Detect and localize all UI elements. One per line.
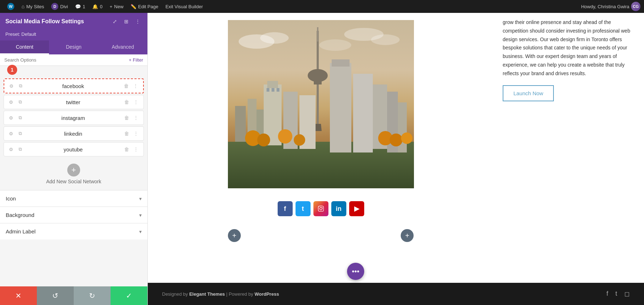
item-actions-youtube: 🗑 ⋮ [123,145,140,153]
notifications-link[interactable]: 🔔 0 [89,0,106,13]
drag-icon-linkedin[interactable]: ⋮ [132,130,140,137]
twitter-follow-icon[interactable]: t [296,201,311,216]
admin-label-chevron-icon: ▾ [139,229,142,234]
add-module-button-right[interactable]: + [401,229,414,242]
facebook-label: facebook [27,83,119,89]
add-new-label: Add New Social Network [46,179,101,184]
delete-icon-linkedin[interactable]: 🗑 [123,130,131,137]
social-item-facebook[interactable]: ⚙ ⧉ facebook 🗑 ⋮ [4,78,144,93]
delete-icon-facebook[interactable]: 🗑 [122,82,130,90]
content-main-area: f t in ▶ + + [148,13,494,283]
settings-icon-instagram[interactable]: ⚙ [8,114,15,121]
duplicate-icon-twitter[interactable]: ⧉ [16,98,24,106]
tab-content[interactable]: Content [0,40,49,54]
wordpress-link[interactable]: WordPress [254,291,279,297]
panel-tabs: Content Design Advanced [0,40,147,54]
grid-icon[interactable]: ⊞ [122,17,131,26]
youtube-follow-icon[interactable]: ▶ [349,201,364,216]
admin-label-section-header[interactable]: Admin Label ▾ [0,223,147,239]
bottom-toolbar: ✕ ↺ ↻ ✓ [0,286,147,305]
user-avatar[interactable]: CG [631,2,640,11]
footer-twitter-icon[interactable]: t [615,290,617,298]
svg-rect-17 [330,63,351,152]
item-controls-facebook: ⚙ ⧉ [8,82,24,89]
preset-label[interactable]: Preset: Default [5,32,36,37]
tab-advanced[interactable]: Advanced [98,40,147,54]
delete-icon-instagram[interactable]: 🗑 [123,114,131,122]
floating-action-button[interactable]: ••• [347,263,364,280]
tab-design[interactable]: Design [49,40,98,54]
resize-icon[interactable]: ⤢ [111,17,119,26]
admin-label-section: Admin Label ▾ [0,223,147,239]
new-link[interactable]: + New [106,0,127,13]
background-chevron-icon: ▾ [139,212,142,218]
settings-icon-linkedin[interactable]: ⚙ [8,130,15,137]
panel-content: ⚙ ⧉ facebook 🗑 ⋮ ⚙ ⧉ twitter [0,66,147,286]
drag-icon-instagram[interactable]: ⋮ [132,114,140,122]
plus-icon: + [109,4,112,9]
drag-icon-youtube[interactable]: ⋮ [132,145,140,153]
duplicate-icon-facebook[interactable]: ⧉ [17,82,24,89]
edit-page-label: Edit Page [138,4,158,9]
main-area: Social Media Follow Settings ⤢ ⊞ ⋮ Prese… [0,13,644,305]
duplicate-icon-youtube[interactable]: ⧉ [16,146,24,153]
edit-page-link[interactable]: ✏️ Edit Page [127,0,162,13]
panel-title: Social Media Follow Settings [5,18,84,25]
icon-section-header[interactable]: Icon ▾ [0,190,147,207]
wp-home-link[interactable]: W [4,0,18,13]
drag-icon-twitter[interactable]: ⋮ [132,98,140,106]
add-module-row: + + [148,222,494,249]
instagram-follow-icon[interactable] [313,201,328,216]
social-item-linkedin[interactable]: ⚙ ⧉ linkedin 🗑 ⋮ [4,126,144,141]
background-section-header[interactable]: Background ▾ [0,207,147,223]
divi-link[interactable]: D Divi [48,0,72,13]
comments-link[interactable]: 💬 1 [72,0,89,13]
add-new-button[interactable]: + [67,164,80,176]
facebook-follow-icon[interactable]: f [278,201,293,216]
svg-rect-19 [353,74,373,152]
search-bar: + Filter [0,54,147,66]
page-right-sidebar: grow their online presence and stay ahea… [494,13,644,283]
svg-point-31 [260,32,289,44]
settings-icon-youtube[interactable]: ⚙ [8,146,15,153]
svg-rect-11 [267,81,278,88]
delete-icon-twitter[interactable]: 🗑 [123,98,131,106]
footer-instagram-icon[interactable]: ◻ [624,290,630,298]
wp-admin-bar: W ⌂ My Sites D Divi 💬 1 🔔 0 + New ✏️ Edi… [0,0,644,13]
redo-button[interactable]: ↻ [74,286,111,305]
search-input[interactable] [4,57,126,63]
more-icon[interactable]: ⋮ [133,17,142,26]
duplicate-icon-linkedin[interactable]: ⧉ [16,130,24,137]
filter-button[interactable]: + Filter [129,57,143,63]
add-module-button-left[interactable]: + [228,229,241,242]
footer-facebook-icon[interactable]: f [606,290,608,298]
settings-icon-twitter[interactable]: ⚙ [8,98,15,106]
settings-icon-facebook[interactable]: ⚙ [8,82,15,89]
svg-rect-14 [277,88,279,92]
notification-count: 0 [100,4,102,9]
notification-badge: 1 [7,65,17,75]
new-label: New [114,4,123,9]
svg-rect-7 [235,106,246,142]
divi-label: Divi [60,4,68,9]
delete-icon-youtube[interactable]: 🗑 [123,145,131,153]
social-item-instagram[interactable]: ⚙ ⧉ instagram 🗑 ⋮ [4,111,144,125]
redo-icon: ↻ [89,291,95,300]
elegant-themes-link[interactable]: Elegant Themes [189,291,225,297]
social-item-twitter[interactable]: ⚙ ⧉ twitter 🗑 ⋮ [4,95,144,109]
save-button[interactable]: ✓ [111,286,147,305]
exit-builder-link[interactable]: Exit Visual Builder [162,0,206,13]
linkedin-follow-icon[interactable]: in [331,201,346,216]
launch-now-button[interactable]: Launch Now [503,85,554,101]
drag-icon-facebook[interactable]: ⋮ [132,82,140,90]
undo-button[interactable]: ↺ [37,286,74,305]
my-sites-link[interactable]: ⌂ My Sites [18,0,48,13]
cancel-button[interactable]: ✕ [0,286,37,305]
instagram-label: instagram [26,115,120,121]
duplicate-icon-instagram[interactable]: ⧉ [16,114,24,121]
twitter-label: twitter [26,99,120,105]
footer-social-icons: f t ◻ [606,290,630,298]
social-item-youtube[interactable]: ⚙ ⧉ youtube 🗑 ⋮ [4,142,144,156]
linkedin-label: linkedin [26,131,120,137]
icon-chevron-icon: ▾ [139,196,142,202]
